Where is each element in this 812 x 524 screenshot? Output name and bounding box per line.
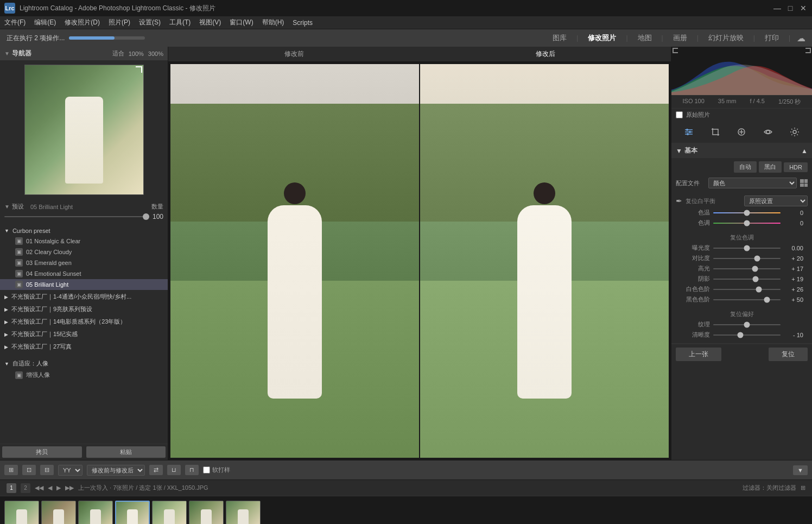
whites-thumb bbox=[756, 286, 762, 292]
preset-item-05[interactable]: ▣ 05 Brilliant Light bbox=[0, 279, 168, 290]
tab-print[interactable]: 打印 bbox=[757, 31, 786, 45]
menu-scripts[interactable]: Scripts bbox=[293, 19, 313, 27]
minimize-button[interactable]: — bbox=[773, 4, 782, 12]
shadows-slider[interactable] bbox=[713, 279, 781, 280]
copy-button[interactable]: 拷贝 bbox=[2, 446, 82, 458]
dropper-icon[interactable]: ✒ bbox=[676, 197, 682, 205]
contrast-slider[interactable] bbox=[713, 258, 781, 259]
reset-button[interactable]: 复位 bbox=[769, 348, 808, 361]
whites-slider[interactable] bbox=[713, 289, 781, 290]
compare-view-btn[interactable]: ⊟ bbox=[40, 465, 54, 475]
nav-prev[interactable]: ◀ bbox=[48, 484, 52, 491]
prev-button[interactable]: 上一张 bbox=[676, 348, 721, 361]
film-thumb-7[interactable] bbox=[226, 501, 261, 525]
preset-collapse[interactable]: ▼ bbox=[4, 204, 10, 210]
exposure-slider[interactable] bbox=[713, 248, 781, 249]
nav-next[interactable]: ▶ bbox=[56, 484, 61, 491]
thumbnail-image[interactable] bbox=[24, 65, 144, 195]
clarity-slider[interactable] bbox=[713, 334, 781, 336]
film-thumb-5[interactable] bbox=[152, 501, 187, 525]
film-thumb-3[interactable] bbox=[78, 501, 113, 525]
preset-group-adaptive-header[interactable]: ▼ 自适应：人像 bbox=[0, 358, 168, 369]
paste-button[interactable]: 粘贴 bbox=[86, 446, 166, 458]
tab-library[interactable]: 图库 bbox=[545, 31, 574, 45]
preset-amount-value: 100 bbox=[153, 213, 163, 220]
after-photo-pane[interactable] bbox=[420, 64, 669, 458]
settings-tool-icon[interactable] bbox=[787, 124, 802, 140]
wb-select[interactable]: 原照设置 bbox=[744, 195, 808, 206]
menu-window[interactable]: 窗口(W) bbox=[230, 18, 253, 27]
softproof-checkbox[interactable] bbox=[203, 466, 210, 474]
preset-item-03[interactable]: ▣ 03 Emerald geen bbox=[0, 257, 168, 268]
film-thumb-4[interactable]: ✎ bbox=[115, 501, 150, 525]
preset-amount-slider[interactable] bbox=[4, 216, 149, 217]
zoom-300[interactable]: 300% bbox=[148, 50, 163, 57]
preset-group-5: ▶ 不光预设工厂｜27写真 bbox=[0, 341, 168, 352]
tab-develop[interactable]: 修改照片 bbox=[580, 31, 624, 45]
exposure-slider-row: 曝光度 0.00 bbox=[676, 243, 808, 253]
red-eye-tool-icon[interactable] bbox=[760, 124, 776, 140]
bw-button[interactable]: 黑白 bbox=[759, 161, 782, 173]
focal-value: 35 mm bbox=[718, 98, 737, 106]
sync-btn[interactable]: ⊓ bbox=[185, 465, 199, 475]
center-panel: 修改前 修改后 bbox=[168, 47, 671, 460]
blacks-slider[interactable] bbox=[713, 299, 781, 300]
nav-last[interactable]: ▶▶ bbox=[65, 484, 74, 491]
zoom-100[interactable]: 100% bbox=[129, 50, 144, 57]
navigator-collapse[interactable]: ▼ bbox=[4, 50, 10, 56]
preset-item-enhance-portrait[interactable]: ▣ 增强人像 bbox=[0, 369, 168, 381]
temp-slider[interactable] bbox=[713, 212, 781, 213]
right-collapse-btn[interactable]: ▼ bbox=[793, 465, 808, 475]
yy-select[interactable]: YY bbox=[58, 465, 83, 476]
preset-group-curbon-header[interactable]: ▼ Curbon preset bbox=[0, 226, 168, 236]
film-thumb-2[interactable] bbox=[41, 501, 76, 525]
filter-options-icon[interactable]: ⊞ bbox=[801, 484, 805, 491]
tab-map[interactable]: 地图 bbox=[630, 31, 659, 45]
page-1[interactable]: 1 bbox=[7, 483, 16, 493]
copy-btn[interactable]: ⊔ bbox=[167, 465, 181, 475]
cloud-icon[interactable]: ☁ bbox=[797, 33, 805, 43]
texture-slider[interactable] bbox=[713, 324, 781, 325]
swap-btn[interactable]: ⇄ bbox=[149, 465, 163, 475]
page-2[interactable]: 2 bbox=[21, 483, 30, 493]
menu-help[interactable]: 帮助(H) bbox=[262, 18, 284, 27]
profile-select[interactable]: 颜色 bbox=[708, 178, 797, 188]
healing-tool-icon[interactable] bbox=[734, 124, 749, 140]
preset-group-5-header[interactable]: ▶ 不光预设工厂｜27写真 bbox=[0, 341, 168, 352]
film-thumb-6[interactable] bbox=[189, 501, 224, 525]
nav-first[interactable]: ◀◀ bbox=[35, 484, 43, 491]
menu-photo[interactable]: 照片(P) bbox=[109, 18, 130, 27]
before-photo-pane[interactable] bbox=[170, 64, 419, 458]
preset-item-04[interactable]: ▣ 04 Emotional Sunset bbox=[0, 268, 168, 279]
menu-develop[interactable]: 修改照片(D) bbox=[65, 18, 100, 27]
tab-slideshow[interactable]: 幻灯片放映 bbox=[701, 31, 751, 45]
tab-book[interactable]: 画册 bbox=[665, 31, 695, 45]
loupe-view-btn[interactable]: ⊡ bbox=[22, 465, 36, 475]
preset-item-01[interactable]: ▣ 01 Nostalgic & Clear bbox=[0, 236, 168, 247]
preset-group-2-header[interactable]: ▶ 不光预设工厂｜9亮肤系列预设 bbox=[0, 304, 168, 315]
menu-edit[interactable]: 编辑(E) bbox=[34, 18, 56, 27]
crop-tool-icon[interactable] bbox=[708, 124, 723, 140]
menu-tools[interactable]: 工具(T) bbox=[169, 18, 191, 27]
grid-view-btn[interactable]: ⊞ bbox=[4, 465, 18, 475]
close-button[interactable]: ✕ bbox=[799, 4, 808, 12]
zoom-fit[interactable]: 适合 bbox=[112, 49, 124, 58]
preset-group-4-header[interactable]: ▶ 不光预设工厂｜15纪实感 bbox=[0, 329, 168, 340]
preset-group-1-header[interactable]: ▶ 不光预设工厂｜1-4通透/小众民宿/明快/乡村... bbox=[0, 291, 168, 302]
highlights-slider[interactable] bbox=[713, 268, 781, 269]
basic-section-header[interactable]: ▼ 基本 ▲ bbox=[671, 143, 812, 158]
profile-grid-icon[interactable] bbox=[800, 179, 808, 187]
auto-button[interactable]: 自动 bbox=[734, 161, 757, 173]
menu-file[interactable]: 文件(F) bbox=[4, 18, 26, 27]
film-thumb-1[interactable] bbox=[4, 501, 39, 525]
compare-mode-select[interactable]: 修改前与修改后 bbox=[87, 465, 145, 476]
menu-view[interactable]: 视图(V) bbox=[199, 18, 221, 27]
original-photo-checkbox[interactable] bbox=[676, 111, 683, 118]
hdr-button[interactable]: HDR bbox=[784, 162, 808, 172]
preset-item-02[interactable]: ▣ 02 Cleary Cloudy bbox=[0, 247, 168, 257]
tint-slider[interactable] bbox=[713, 223, 781, 224]
adjust-tool-icon[interactable] bbox=[681, 124, 696, 140]
menu-settings[interactable]: 设置(S) bbox=[139, 18, 161, 27]
maximize-button[interactable]: □ bbox=[786, 4, 795, 12]
preset-group-3-header[interactable]: ▶ 不光预设工厂｜14电影质感系列（23年版） bbox=[0, 316, 168, 327]
